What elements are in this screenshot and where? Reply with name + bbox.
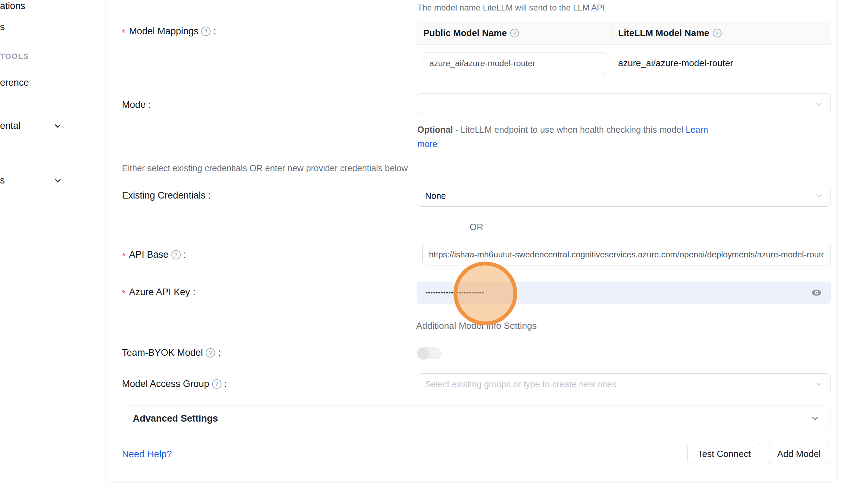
colon: : — [213, 26, 216, 37]
toggle-knob — [417, 347, 429, 359]
mode-select[interactable] — [417, 93, 831, 115]
existing-credentials-value: None — [425, 191, 446, 201]
model-access-group-label: Model Access Group ? : — [122, 379, 227, 389]
model-mappings-label: * Model Mappings ? : — [122, 26, 216, 37]
team-byok-toggle[interactable] — [417, 347, 442, 359]
model-name-hint: The model name LiteLLM will send to the … — [417, 3, 605, 13]
help-icon[interactable]: ? — [201, 27, 211, 36]
public-model-name-input[interactable] — [423, 53, 606, 74]
additional-settings-divider-label: Additional Model Info Settings — [416, 320, 537, 331]
model-mappings-label-text: Model Mappings — [129, 26, 198, 37]
mode-label: Mode : — [122, 99, 151, 110]
model-access-group-placeholder: Select existing groups or type to create… — [425, 379, 616, 389]
model-access-group-label-text: Model Access Group — [122, 379, 209, 389]
colon: : — [224, 379, 227, 389]
required-asterisk: * — [122, 288, 125, 299]
sidebar-divider — [0, 472, 94, 472]
masked-api-key-value: ••••••••••••••••••••••• — [425, 289, 811, 297]
column-header-label: LiteLLM Model Name — [618, 28, 709, 39]
help-icon[interactable]: ? — [713, 29, 722, 37]
column-header-public-model-name: Public Model Name ? — [416, 28, 611, 39]
api-base-input[interactable] — [422, 244, 831, 265]
divider-line — [546, 326, 831, 326]
advanced-settings-header[interactable]: Advanced Settings — [122, 406, 831, 431]
team-byok-label-text: Team-BYOK Model — [122, 347, 203, 358]
colon: : — [218, 347, 221, 358]
divider-line — [122, 326, 407, 326]
chevron-down-icon — [810, 414, 820, 423]
api-base-label-text: API Base — [129, 249, 169, 260]
chevron-down-icon — [814, 100, 823, 109]
eye-icon — [811, 287, 822, 298]
help-icon[interactable]: ? — [510, 29, 519, 37]
chevron-down-icon[interactable] — [53, 176, 62, 185]
test-connect-button[interactable]: Test Connect — [687, 444, 761, 464]
divider-line — [122, 227, 460, 227]
mode-help-text: Optional - LiteLLM endpoint to use when … — [417, 123, 712, 151]
toggle-visibility-button[interactable] — [811, 287, 822, 299]
litellm-model-name-value: azure_ai/azure-model-router — [611, 58, 831, 69]
optional-bold: Optional — [417, 125, 453, 134]
sidebar-section-tools: TOOLS — [0, 52, 29, 61]
need-help-link[interactable]: Need Help? — [122, 449, 172, 460]
azure-api-key-field[interactable]: ••••••••••••••••••••••• — [417, 282, 831, 304]
sidebar-item-ations[interactable]: ations — [0, 1, 25, 12]
colon: : — [149, 99, 151, 110]
existing-credentials-label-text: Existing Credentials — [122, 190, 206, 201]
table-header-row: Public Model Name ? LiteLLM Model Name ? — [416, 22, 831, 45]
sidebar-item-erence[interactable]: erence — [0, 77, 29, 88]
required-asterisk: * — [122, 251, 125, 262]
column-header-label: Public Model Name — [423, 28, 507, 39]
chevron-down-icon — [814, 380, 823, 389]
existing-credentials-select[interactable]: None — [417, 185, 831, 207]
existing-credentials-label: Existing Credentials : — [122, 190, 211, 201]
column-header-litellm-model-name: LiteLLM Model Name ? — [611, 28, 831, 39]
team-byok-label: Team-BYOK Model ? : — [122, 347, 221, 358]
column-divider — [611, 26, 611, 40]
api-base-label: * API Base ? : — [122, 249, 186, 260]
or-divider: OR — [122, 220, 831, 234]
azure-api-key-label: * Azure API Key : — [122, 287, 196, 298]
azure-api-key-label-text: Azure API Key — [129, 287, 190, 298]
colon: : — [193, 287, 196, 298]
mode-label-text: Mode — [122, 99, 146, 110]
colon: : — [184, 249, 186, 260]
sidebar-item-ental[interactable]: ental — [0, 120, 21, 131]
advanced-settings-title: Advanced Settings — [133, 413, 810, 424]
help-icon[interactable]: ? — [206, 348, 215, 358]
required-asterisk: * — [122, 27, 125, 38]
add-model-button[interactable]: Add Model — [768, 444, 830, 464]
sidebar-item-s1[interactable]: s — [0, 22, 5, 33]
help-icon[interactable]: ? — [171, 250, 181, 259]
or-divider-label: OR — [470, 222, 483, 233]
credentials-hint: Either select existing credentials OR en… — [122, 163, 408, 173]
sidebar-item-s2[interactable]: s — [0, 175, 5, 186]
divider-line — [492, 227, 831, 227]
colon: : — [209, 190, 211, 201]
help-icon[interactable]: ? — [212, 379, 221, 389]
model-mappings-table: Public Model Name ? LiteLLM Model Name ?… — [416, 22, 831, 82]
chevron-down-icon — [814, 191, 823, 200]
additional-settings-divider: Additional Model Info Settings — [122, 319, 831, 333]
chevron-down-icon[interactable] — [53, 122, 62, 131]
model-access-group-select[interactable]: Select existing groups or type to create… — [417, 373, 831, 395]
table-row: azure_ai/azure-model-router — [416, 45, 831, 82]
mode-help-body: - LiteLLM endpoint to use when health ch… — [453, 125, 685, 134]
